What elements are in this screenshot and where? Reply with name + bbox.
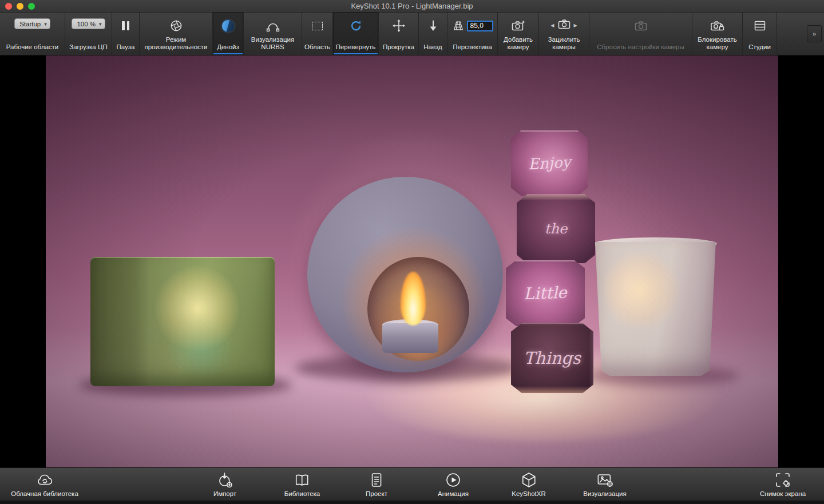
cycle-cameras-label: Зациклить камеры xyxy=(541,36,587,51)
dock-import[interactable]: Импорт xyxy=(213,471,236,497)
window-controls xyxy=(5,3,35,10)
dolly-button[interactable]: Наезд xyxy=(419,13,447,55)
perspective-field[interactable] xyxy=(467,21,493,31)
denoise-button[interactable]: Денойз xyxy=(213,13,244,55)
reset-camera-icon xyxy=(634,17,648,34)
green-candle-holder xyxy=(90,257,275,386)
viewport-area: Enjoy the Little Things xyxy=(0,55,824,467)
main-toolbar: Startup ▾ Рабочие области 100 % ▾ Загруз… xyxy=(0,13,824,55)
decor-cube-the: the xyxy=(517,195,595,263)
region-button[interactable]: Область xyxy=(302,13,333,55)
white-cup xyxy=(594,242,717,376)
candle-holder-opening xyxy=(367,257,469,361)
dock-cloud-library[interactable]: Облачная библиотека xyxy=(11,471,78,497)
camera-icon[interactable] xyxy=(557,17,571,33)
workspaces-label: Рабочие области xyxy=(6,43,58,51)
pause-icon xyxy=(122,17,129,34)
dock-label: KeyShotXR xyxy=(512,490,545,497)
candle-flame xyxy=(401,272,426,326)
library-book-icon xyxy=(293,471,311,489)
next-camera-arrow-icon[interactable]: ▶ xyxy=(574,23,577,28)
vignette-overlay xyxy=(46,55,778,467)
denoise-icon xyxy=(222,17,234,34)
nurbs-render-button[interactable]: Визуализация NURBS xyxy=(244,13,302,55)
tealight-candle xyxy=(382,323,438,353)
dock-label: Анимация xyxy=(438,490,469,497)
cube-text: Enjoy xyxy=(528,153,571,173)
workspaces-group: Startup ▾ Рабочие области xyxy=(0,13,65,55)
dock-library[interactable]: Библиотека xyxy=(284,471,320,497)
studios-button[interactable]: Студии xyxy=(743,13,777,55)
dock-label: Проект xyxy=(366,490,387,497)
pause-label: Пауза xyxy=(117,43,135,51)
titlebar: KeyShot 10.1 Pro - LightManager.bip xyxy=(0,0,824,13)
nurbs-render-label: Визуализация NURBS xyxy=(246,36,299,51)
region-label: Область xyxy=(304,43,330,51)
cpu-usage-dropdown[interactable]: 100 % ▾ xyxy=(72,18,105,29)
window-title: KeyShot 10.1 Pro - LightManager.bip xyxy=(0,2,824,10)
add-camera-label: Добавить камеру xyxy=(500,36,536,51)
fullscreen-button[interactable] xyxy=(28,3,35,10)
dock-label: Визуализация xyxy=(583,490,626,497)
project-document-icon xyxy=(367,471,386,489)
render-viewport[interactable]: Enjoy the Little Things xyxy=(46,55,778,467)
green-cube-shadow xyxy=(79,374,292,396)
chevron-down-icon: ▾ xyxy=(99,21,102,27)
dock-render[interactable]: Визуализация xyxy=(583,471,626,497)
workspace-dropdown-value: Startup xyxy=(19,21,41,27)
round-candle-holder xyxy=(307,177,503,372)
perspective-grid-icon xyxy=(452,19,465,32)
cube-text: the xyxy=(545,221,567,237)
tumble-button[interactable]: Перевернуть xyxy=(333,13,379,55)
rotate-arrow-icon xyxy=(349,17,363,34)
keyshot-window: KeyShot 10.1 Pro - LightManager.bip Star… xyxy=(0,0,824,504)
decor-cube-enjoy: Enjoy xyxy=(511,130,588,196)
minimize-button[interactable] xyxy=(17,3,23,10)
dock-screenshot[interactable]: Снимок экрана xyxy=(760,471,806,497)
dolly-arrow-icon xyxy=(426,17,440,34)
holder-shadow xyxy=(295,354,520,382)
screenshot-icon xyxy=(774,471,792,489)
lock-camera-button[interactable]: Блокировать камеру xyxy=(692,13,743,55)
cpu-usage-dropdown-value: 100 % xyxy=(77,21,96,27)
perspective-group: Перспектива xyxy=(447,13,498,55)
cycle-cameras-group: ◀ ▶ Зациклить камеры xyxy=(539,13,589,55)
toolbar-overflow-toggle[interactable]: » xyxy=(807,25,822,42)
prev-camera-arrow-icon[interactable]: ◀ xyxy=(550,23,554,28)
performance-mode-button[interactable]: Режим производительности xyxy=(140,13,213,55)
reset-camera-button: Сбросить настройки камеры xyxy=(589,13,692,55)
add-camera-button[interactable]: Добавить камеру xyxy=(498,13,539,55)
dock-label: Снимок экрана xyxy=(760,490,806,497)
lock-camera-label: Блокировать камеру xyxy=(695,36,740,51)
decor-cube-little: Little xyxy=(506,260,585,326)
workspace-dropdown[interactable]: Startup ▾ xyxy=(14,18,50,29)
dock-bottom-strip xyxy=(0,501,824,504)
cube-text: Things xyxy=(524,348,580,368)
pan-label: Прокрутка xyxy=(383,43,414,51)
import-icon xyxy=(216,471,234,489)
white-cup-rim xyxy=(594,237,717,250)
close-button[interactable] xyxy=(5,3,12,10)
dock-project[interactable]: Проект xyxy=(366,471,387,497)
nurbs-curve-icon xyxy=(266,17,280,34)
reset-camera-label: Сбросить настройки камеры xyxy=(597,43,684,51)
pause-button[interactable]: Пауза xyxy=(112,13,140,55)
floor-spotlight xyxy=(366,344,721,442)
pan-arrows-icon xyxy=(392,17,406,34)
render-image-icon xyxy=(596,471,614,489)
cpu-usage-label: Загрузка ЦП xyxy=(69,43,107,51)
chevron-down-icon: ▾ xyxy=(44,21,47,27)
dock-keyshotxr[interactable]: KeyShotXR xyxy=(512,471,545,497)
animation-play-icon xyxy=(444,471,462,489)
cloud-library-icon xyxy=(35,471,54,489)
denoise-label: Денойз xyxy=(217,43,239,51)
studios-label: Студии xyxy=(748,43,771,51)
dock-label: Облачная библиотека xyxy=(11,490,78,497)
region-icon xyxy=(312,17,323,34)
studios-icon xyxy=(753,17,767,34)
wall-glow xyxy=(46,55,778,467)
add-camera-icon xyxy=(511,17,526,34)
dock-label: Библиотека xyxy=(284,490,320,497)
pan-button[interactable]: Прокрутка xyxy=(379,13,419,55)
dock-animation[interactable]: Анимация xyxy=(438,471,469,497)
